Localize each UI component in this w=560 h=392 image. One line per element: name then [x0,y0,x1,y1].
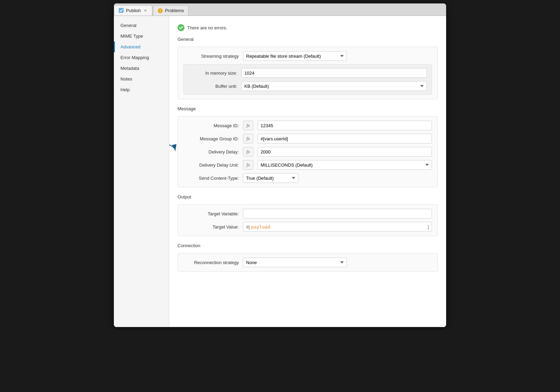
output-section-title: Output [178,194,438,201]
status-message: There are no errors. [187,25,227,30]
buffer-unit-label: Buffer unit: [189,84,237,89]
target-value-prefix: #[ [246,224,250,230]
message-id-row: Message ID: fx [183,121,432,130]
status-icon [178,24,184,31]
sidebar-item-notes[interactable]: Notes [114,74,169,84]
delivery-delay-unit-label: Delivery Delay Unit: [183,162,239,168]
sidebar-item-general[interactable]: General [114,20,169,31]
in-memory-size-row: In memory size: [189,68,427,78]
reconnection-strategy-row: Reconnection strategy None [183,258,432,267]
delivery-delay-unit-row: Delivery Delay Unit: fx MILLISECONDS (De… [183,160,432,170]
sidebar-item-advanced[interactable]: Advanced [114,41,169,52]
general-section-title: General [178,37,438,43]
problems-tab-label: Problems [165,8,184,13]
sidebar: General MIME Type Advanced Error Mapping… [114,16,169,327]
publish-tab-label: Publish [126,8,141,13]
delivery-delay-fx-button[interactable]: fx [243,147,253,157]
app-window: Publish ✕ ! Problems General MIME Type A… [114,3,446,327]
in-memory-size-input[interactable] [241,68,427,78]
sidebar-item-metadata[interactable]: Metadata [114,63,169,74]
streaming-nested-section: In memory size: Buffer unit: KB (Default… [183,64,432,95]
sidebar-item-help[interactable]: Help [114,84,169,95]
target-value-field[interactable]: #[ payload ] [243,222,432,232]
reconnection-strategy-select[interactable]: None [243,258,347,267]
streaming-strategy-row: Streaming strategy Repeatable file store… [183,51,432,61]
tab-problems[interactable]: ! Problems [153,5,189,16]
buffer-unit-select[interactable]: KB (Default) [241,81,427,91]
send-content-type-select[interactable]: True (Default) [243,173,298,183]
connection-section-title: Connection [178,243,438,250]
publish-tab-icon [118,8,124,13]
general-section-body: Streaming strategy Repeatable file store… [178,47,438,99]
tab-bar: Publish ✕ ! Problems [114,3,446,16]
output-section: Output Target Variable: Target Value: #[… [178,194,438,236]
sidebar-item-error-mapping[interactable]: Error Mapping [114,52,169,63]
message-id-input[interactable] [258,121,432,130]
target-value-suffix: ] [427,224,429,230]
message-group-id-fx-button[interactable]: fx [243,134,253,143]
target-variable-input[interactable] [243,209,432,218]
message-id-label: Message ID: [183,123,239,128]
output-section-body: Target Variable: Target Value: #[ payloa… [178,204,438,236]
send-content-type-row: Send Content-Type: True (Default) [183,173,432,183]
delivery-delay-row: Delivery Delay: fx [183,147,432,157]
target-value-label: Target Value: [183,224,239,230]
connection-section: Connection Reconnection strategy None [178,243,438,272]
status-bar: There are no errors. [178,21,438,37]
problems-tab-icon: ! [157,8,163,13]
target-value-row: Target Value: #[ payload ] [183,222,432,232]
message-section-body: Message ID: fx Message Group ID: fx Deli… [178,116,438,187]
tab-publish[interactable]: Publish ✕ [114,5,152,16]
svg-text:!: ! [160,9,161,13]
in-memory-size-label: In memory size: [189,71,237,76]
content-area: There are no errors. General Streaming s… [169,16,446,327]
message-section-title: Message [178,106,438,113]
delivery-delay-label: Delivery Delay: [183,149,239,155]
message-group-id-row: Message Group ID: fx [183,134,432,143]
main-content: General MIME Type Advanced Error Mapping… [114,16,446,327]
sidebar-item-mime-type[interactable]: MIME Type [114,31,169,41]
streaming-strategy-select[interactable]: Repeatable file store stream (Default) [243,51,347,61]
message-group-id-label: Message Group ID: [183,136,239,141]
target-value-text: payload [251,224,270,230]
connection-section-body: Reconnection strategy None [178,253,438,272]
buffer-unit-row: Buffer unit: KB (Default) [189,81,427,91]
delivery-delay-unit-select[interactable]: MILLISECONDS (Default) [258,160,432,170]
delivery-delay-input[interactable] [258,147,432,157]
general-section: General Streaming strategy Repeatable fi… [178,37,438,99]
reconnection-strategy-label: Reconnection strategy [183,260,239,265]
target-variable-label: Target Variable: [183,211,239,216]
send-content-type-label: Send Content-Type: [183,176,239,181]
delivery-delay-unit-fx-button[interactable]: fx [243,160,253,170]
message-group-id-input[interactable] [258,134,432,143]
message-id-fx-button[interactable]: fx [243,121,253,130]
streaming-strategy-label: Streaming strategy [183,54,239,59]
target-variable-row: Target Variable: [183,209,432,218]
publish-tab-close[interactable]: ✕ [143,8,148,13]
svg-rect-0 [119,8,124,13]
message-section: Message Message ID: fx Message Group ID:… [178,106,438,187]
